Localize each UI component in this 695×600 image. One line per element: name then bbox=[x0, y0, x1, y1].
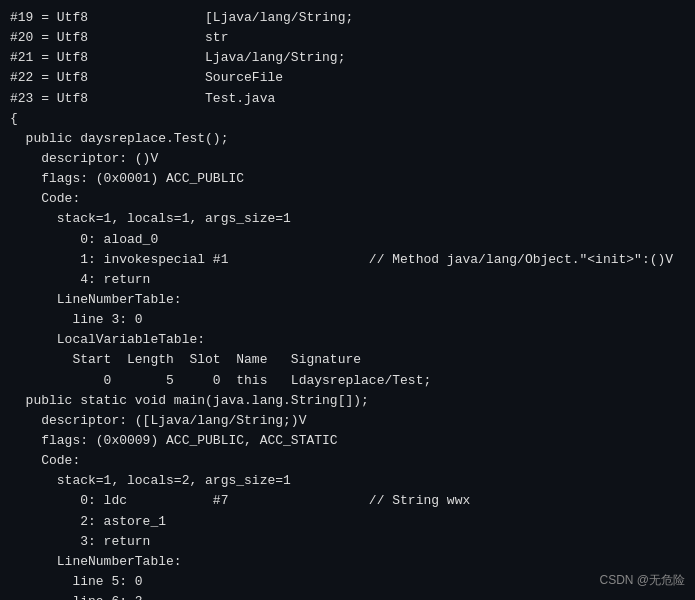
code-line: 2: astore_1 bbox=[10, 512, 685, 532]
code-line: #19 = Utf8 [Ljava/lang/String; bbox=[10, 8, 685, 28]
code-line: #20 = Utf8 str bbox=[10, 28, 685, 48]
code-line: public daysreplace.Test(); bbox=[10, 129, 685, 149]
code-line: flags: (0x0001) ACC_PUBLIC bbox=[10, 169, 685, 189]
code-line: line 6: 3 bbox=[10, 592, 685, 600]
code-line: #22 = Utf8 SourceFile bbox=[10, 68, 685, 88]
code-line: Start Length Slot Name Signature bbox=[10, 350, 685, 370]
code-line: flags: (0x0009) ACC_PUBLIC, ACC_STATIC bbox=[10, 431, 685, 451]
code-line: descriptor: ([Ljava/lang/String;)V bbox=[10, 411, 685, 431]
code-line: #23 = Utf8 Test.java bbox=[10, 89, 685, 109]
code-line: Code: bbox=[10, 189, 685, 209]
code-line: stack=1, locals=1, args_size=1 bbox=[10, 209, 685, 229]
code-content: #19 = Utf8 [Ljava/lang/String;#20 = Utf8… bbox=[10, 8, 685, 600]
code-line: LineNumberTable: bbox=[10, 552, 685, 572]
code-line: Code: bbox=[10, 451, 685, 471]
code-line: 0: ldc #7 // String wwx bbox=[10, 491, 685, 511]
code-line: public static void main(java.lang.String… bbox=[10, 391, 685, 411]
code-line: line 5: 0 bbox=[10, 572, 685, 592]
code-line: #21 = Utf8 Ljava/lang/String; bbox=[10, 48, 685, 68]
code-line: 3: return bbox=[10, 532, 685, 552]
code-display: #19 = Utf8 [Ljava/lang/String;#20 = Utf8… bbox=[0, 0, 695, 600]
code-line: 4: return bbox=[10, 270, 685, 290]
code-line: stack=1, locals=2, args_size=1 bbox=[10, 471, 685, 491]
code-line: LineNumberTable: bbox=[10, 290, 685, 310]
code-line: 0 5 0 this Ldaysreplace/Test; bbox=[10, 371, 685, 391]
watermark-label: CSDN @无危险 bbox=[599, 571, 685, 590]
code-line: { bbox=[10, 109, 685, 129]
code-line: LocalVariableTable: bbox=[10, 330, 685, 350]
code-line: line 3: 0 bbox=[10, 310, 685, 330]
code-line: descriptor: ()V bbox=[10, 149, 685, 169]
code-line: 0: aload_0 bbox=[10, 230, 685, 250]
code-line: 1: invokespecial #1 // Method java/lang/… bbox=[10, 250, 685, 270]
